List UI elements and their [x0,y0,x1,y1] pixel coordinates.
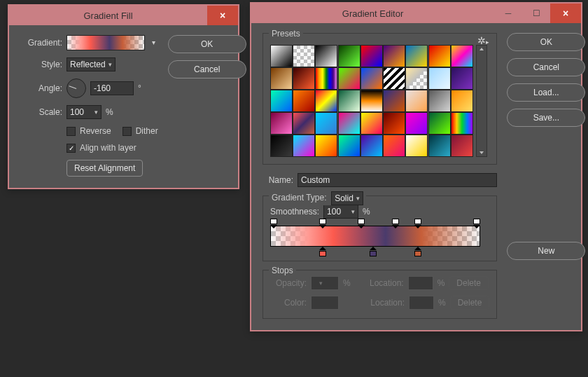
preset-swatch[interactable] [360,135,383,157]
opacity-stop[interactable] [270,219,277,228]
align-checkbox-row[interactable]: ✓ Align with layer [66,143,158,153]
color-stop[interactable] [319,247,326,256]
preset-swatch[interactable] [315,112,337,135]
preset-swatch[interactable] [451,45,473,67]
preset-swatch[interactable] [338,67,360,90]
preset-swatch[interactable] [383,135,405,157]
preset-swatch[interactable] [293,90,315,112]
preset-swatch[interactable] [405,45,428,67]
opacity-stop[interactable] [319,219,326,228]
preset-swatch[interactable] [270,90,293,112]
preset-swatch[interactable] [270,67,293,90]
close-icon[interactable]: × [550,4,581,23]
gradient-swatch-dropdown[interactable]: ▾ [152,39,155,46]
maximize-icon[interactable]: ☐ [522,6,550,21]
preset-swatch[interactable] [293,45,315,67]
minimize-icon[interactable]: ─ [494,6,522,21]
preset-swatch[interactable] [315,45,337,67]
opacity-stop[interactable] [414,219,421,228]
reverse-checkbox[interactable] [66,127,76,136]
style-select[interactable]: Reflected ▾ [66,57,115,71]
preset-swatch[interactable] [270,45,293,67]
save-button[interactable]: Save... [507,109,585,127]
angle-dial[interactable] [66,78,86,98]
new-button[interactable]: New [507,242,585,260]
location-label: Location: [356,298,405,308]
gradient-type-select[interactable]: Solid ▾ [331,191,363,205]
preset-swatch[interactable] [360,67,383,90]
preset-swatch[interactable] [428,90,451,112]
preset-swatch[interactable] [428,67,451,90]
preset-swatch[interactable] [451,90,473,112]
smoothness-select[interactable]: 100 ▾ [323,205,358,219]
preset-swatch[interactable] [405,90,428,112]
align-checkbox[interactable]: ✓ [66,144,76,153]
preset-swatch[interactable] [383,112,405,135]
preset-swatch[interactable] [405,135,428,157]
scale-select[interactable]: 100 ▾ [66,105,102,119]
preset-swatch[interactable] [293,135,315,157]
close-icon[interactable]: × [207,6,238,25]
degree-label: ° [138,83,141,93]
preset-swatch[interactable] [383,67,405,90]
preset-swatch[interactable] [451,67,473,90]
preset-swatch[interactable] [315,135,337,157]
opacity-stop[interactable] [473,219,480,228]
preset-swatch[interactable] [405,112,428,135]
preset-scrollbar[interactable] [476,45,487,157]
percent-label: % [438,298,446,308]
cancel-button[interactable]: Cancel [507,58,585,76]
preset-swatch[interactable] [270,112,293,135]
style-value: Reflected [70,60,106,69]
gradient-fill-title: Gradient Fill [9,11,207,21]
ok-button[interactable]: OK [507,33,585,51]
preset-swatch[interactable] [315,90,337,112]
scale-row: Scale: 100 ▾ % [20,105,158,119]
delete-opacity-stop-button: Delete [449,276,489,290]
preset-swatch[interactable] [293,67,315,90]
preset-swatch[interactable] [451,112,473,135]
angle-input[interactable] [90,81,134,95]
cancel-button[interactable]: Cancel [168,60,246,78]
dither-checkbox-row[interactable]: Dither [122,126,158,136]
preset-swatch[interactable] [405,67,428,90]
ok-button[interactable]: OK [168,35,246,53]
name-input[interactable] [298,173,497,187]
preset-swatch[interactable] [293,112,315,135]
preset-swatch[interactable] [338,45,360,67]
preset-swatch[interactable] [428,45,451,67]
gradient-editor-titlebar[interactable]: Gradient Editor ─ ☐ × [251,4,581,23]
align-label: Align with layer [80,143,136,153]
stops-fieldset: Stops Opacity: ▾ % Location: % Delete Co… [262,270,497,319]
preset-swatch[interactable] [383,90,405,112]
preset-swatch[interactable] [360,90,383,112]
preset-swatch[interactable] [315,67,337,90]
gradient-label: Gradient: [20,38,62,48]
color-stop[interactable] [414,247,421,256]
opacity-stop[interactable] [392,219,399,228]
smoothness-value: 100 [327,207,341,217]
reset-alignment-button[interactable]: Reset Alignment [66,160,143,177]
stops-label: Stops [269,266,296,275]
preset-swatch[interactable] [338,112,360,135]
preset-swatch[interactable] [428,135,451,157]
gradient-fill-titlebar[interactable]: Gradient Fill × [9,6,238,25]
preset-swatch[interactable] [270,135,293,157]
gradient-bar[interactable] [270,226,480,247]
preset-swatch[interactable] [360,112,383,135]
preset-swatch[interactable] [338,90,360,112]
opacity-location-input [408,276,433,290]
color-stop[interactable] [370,247,377,256]
gradient-swatch[interactable]: ▾ [66,35,145,50]
reverse-checkbox-row[interactable]: Reverse [66,126,111,136]
preset-swatch[interactable] [428,112,451,135]
preset-swatch[interactable] [383,45,405,67]
dither-checkbox[interactable] [122,127,132,136]
opacity-stop[interactable] [358,219,365,228]
preset-swatch[interactable] [338,135,360,157]
percent-label: % [343,278,351,288]
chevron-down-icon: ▾ [108,61,112,68]
preset-swatch[interactable] [360,45,383,67]
load-button[interactable]: Load... [507,83,585,102]
preset-swatch[interactable] [451,135,473,157]
